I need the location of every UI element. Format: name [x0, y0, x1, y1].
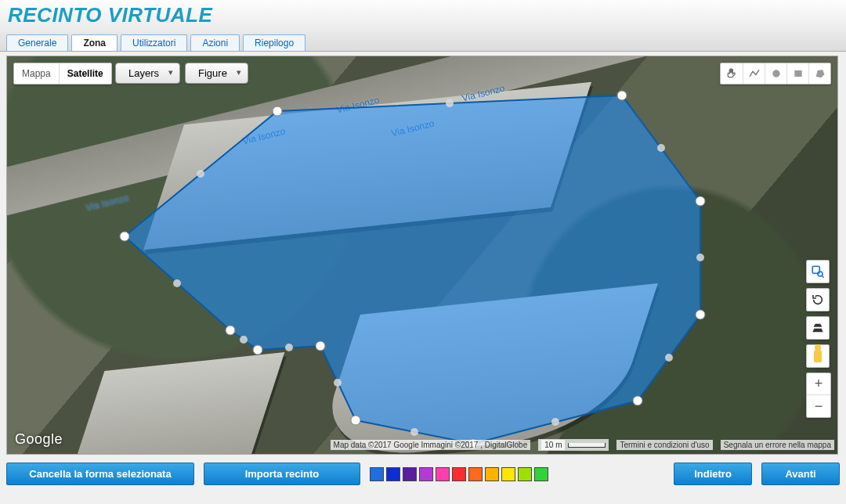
map-attribution: Map data ©2017 Google Immagini ©2017 , D…	[331, 440, 531, 450]
color-swatch[interactable]	[468, 467, 483, 481]
terms-link[interactable]: Termini e condizioni d'uso	[616, 440, 712, 450]
svg-point-15	[351, 416, 360, 425]
circle-icon[interactable]	[765, 63, 786, 84]
map-scale: 10 m	[538, 439, 609, 451]
import-fence-button[interactable]: Importa recinto	[204, 463, 360, 485]
svg-point-21	[226, 326, 235, 335]
zoom-area-icon[interactable]	[806, 260, 830, 283]
svg-point-1	[120, 232, 129, 241]
tabs-bar: Generale Zona Utilizzatori Azioni Riepil…	[0, 32, 846, 51]
map-type-map[interactable]: Mappa	[14, 63, 60, 84]
color-swatch[interactable]	[485, 467, 499, 481]
tilt-icon[interactable]	[806, 316, 830, 340]
color-swatch[interactable]	[403, 467, 417, 481]
svg-marker-28	[814, 324, 822, 327]
delete-shape-button[interactable]: Cancella la forma selezionata	[6, 463, 194, 485]
attribution-bar: Map data ©2017 Google Immagini ©2017 , D…	[331, 439, 834, 451]
svg-point-12	[551, 418, 559, 426]
footer-bar: Cancella la forma selezionata Importa re…	[0, 459, 846, 491]
report-error-link[interactable]: Segnala un errore nella mappa	[721, 440, 834, 450]
svg-point-7	[696, 196, 705, 206]
color-swatch[interactable]	[452, 467, 466, 481]
color-swatch[interactable]	[436, 467, 450, 481]
color-swatch[interactable]	[534, 467, 548, 481]
svg-point-4	[446, 99, 454, 107]
svg-point-3	[273, 106, 282, 116]
pegman-icon[interactable]	[806, 344, 830, 368]
svg-point-10	[665, 354, 673, 362]
pan-icon[interactable]	[721, 63, 743, 84]
color-swatch[interactable]	[370, 467, 384, 481]
zoom-group: + −	[806, 373, 831, 418]
tab-generale[interactable]: Generale	[6, 34, 68, 51]
svg-point-17	[316, 341, 325, 351]
polygon-icon[interactable]	[808, 63, 830, 84]
scale-bar-icon	[568, 443, 606, 448]
svg-point-18	[285, 344, 293, 351]
figure-dropdown[interactable]: Figure	[185, 63, 248, 84]
rotate-icon[interactable]	[806, 288, 830, 311]
color-swatch[interactable]	[419, 467, 433, 481]
svg-point-2	[197, 170, 204, 178]
layers-dropdown[interactable]: Layers	[115, 63, 180, 84]
map-dropdowns: Layers Figure	[115, 63, 248, 84]
svg-point-11	[633, 396, 642, 405]
draw-toolbar	[720, 63, 831, 85]
page-title: RECINTO VIRTUALE	[0, 0, 846, 32]
svg-point-23	[772, 70, 779, 77]
map-side-controls: + −	[806, 260, 831, 418]
svg-point-16	[334, 379, 342, 387]
svg-point-22	[173, 279, 181, 287]
svg-marker-29	[812, 329, 822, 333]
tab-utilizzatori[interactable]: Utilizzatori	[121, 34, 187, 51]
svg-point-20	[240, 336, 248, 344]
google-logo: Google	[15, 431, 63, 448]
color-swatch[interactable]	[518, 467, 532, 481]
back-button[interactable]: Indietro	[674, 463, 752, 485]
map-canvas[interactable]: Via Isonzo Via Isonzo Via Isonzo Via Iso…	[6, 56, 838, 455]
next-button[interactable]: Avanti	[761, 463, 840, 485]
polyline-icon[interactable]	[743, 63, 765, 84]
svg-rect-24	[794, 70, 801, 77]
tab-azioni[interactable]: Azioni	[190, 34, 240, 51]
geofence-polygon[interactable]	[81, 72, 708, 455]
tab-riepilogo[interactable]: Riepilogo	[243, 34, 306, 51]
svg-marker-25	[815, 70, 824, 77]
svg-point-5	[617, 91, 627, 100]
rectangle-icon[interactable]	[786, 63, 808, 84]
map-type-toggle: Mappa Satellite	[13, 63, 112, 85]
color-palette	[370, 467, 548, 481]
svg-point-6	[657, 144, 665, 152]
tab-zona[interactable]: Zona	[71, 34, 118, 51]
zoom-out-button[interactable]: −	[807, 395, 830, 417]
zoom-in-button[interactable]: +	[807, 373, 830, 395]
map-type-satellite[interactable]: Satellite	[60, 63, 111, 84]
svg-marker-0	[125, 95, 700, 444]
color-swatch[interactable]	[501, 467, 515, 481]
scale-label: 10 m	[541, 440, 565, 450]
svg-point-9	[696, 310, 705, 319]
svg-point-8	[696, 254, 704, 261]
svg-point-14	[410, 428, 418, 436]
svg-point-19	[253, 345, 262, 355]
color-swatch[interactable]	[386, 467, 400, 481]
